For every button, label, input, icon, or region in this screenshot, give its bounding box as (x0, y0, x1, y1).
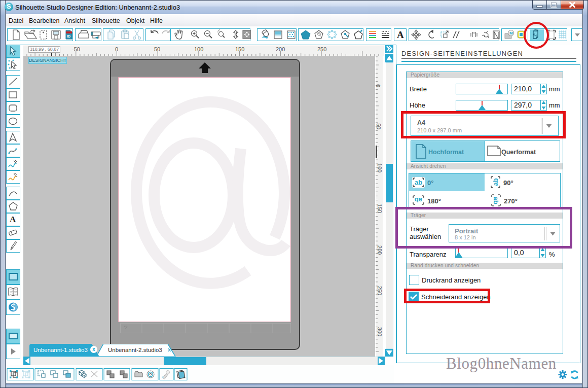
svg-text:ab: ab (415, 196, 422, 204)
svg-text:ab: ab (415, 179, 422, 186)
svg-text:M: M (509, 31, 513, 36)
svg-text:ab: ab (492, 196, 500, 204)
svg-text:ab: ab (492, 178, 499, 186)
svg-text:ID: ID (67, 34, 70, 38)
